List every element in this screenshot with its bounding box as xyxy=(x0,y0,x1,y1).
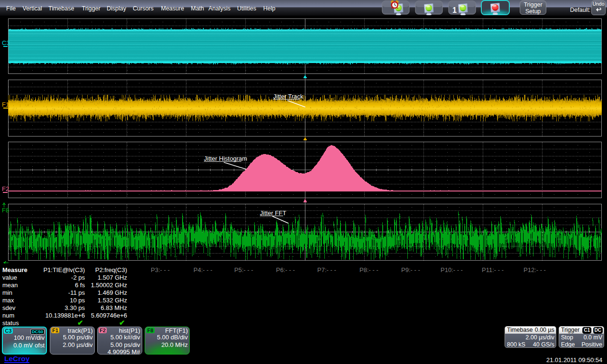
svg-text:1: 1 xyxy=(452,6,457,14)
svg-text:Jitter Track: Jitter Track xyxy=(273,93,304,100)
svg-text:F8: F8 xyxy=(2,207,9,214)
svg-text:Jitter FFT: Jitter FFT xyxy=(260,209,286,217)
svg-text:F1: F1 xyxy=(2,101,9,108)
svg-text:Jitter Histogram: Jitter Histogram xyxy=(204,155,247,162)
svg-text:F2: F2 xyxy=(2,185,9,192)
svg-text:C3: C3 xyxy=(2,39,10,46)
